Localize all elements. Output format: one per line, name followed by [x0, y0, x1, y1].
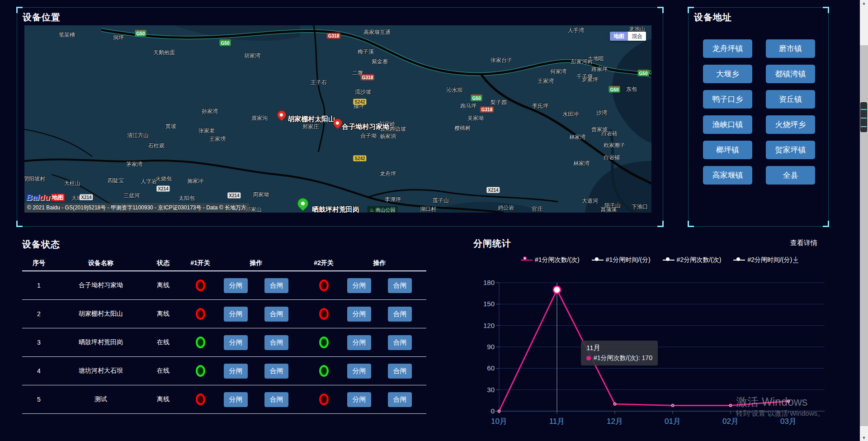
scrollbar-down-arrow[interactable]: ▼ [860, 436, 868, 440]
close-button-sw2[interactable]: 合闸 [388, 307, 412, 322]
address-button[interactable]: 渔峡口镇 [703, 115, 752, 134]
chart-legend: #1分闸次数/(次)#1分闸时间/(分)#2分闸次数/(次)#2分闸时间/(分) [521, 256, 792, 264]
tooltip-series-dot [586, 356, 591, 360]
trip-button-sw2[interactable]: 分闸 [347, 335, 371, 350]
map-place-label: 三盆河 [123, 192, 140, 199]
trip-button-sw1[interactable]: 分闸 [224, 335, 248, 350]
svg-text:12月: 12月 [607, 417, 623, 426]
map-place-label: 郑家庄 [302, 123, 319, 131]
map-type-control: 地图混合 [610, 32, 646, 41]
corner-decoration [823, 221, 829, 227]
baidu-map[interactable]: 笔架槽洞坪天鹅抱蛋胡家湾高家堰互通梅子溪紫金寨二墩流沙坡沁水坝张家台子彭家河村千… [24, 25, 651, 213]
corner-decoration [657, 7, 664, 13]
close-button-sw1[interactable]: 合闸 [264, 278, 288, 293]
map-place-label: 水田冲 [562, 110, 579, 118]
view-details-link[interactable]: 查看详情 [790, 239, 817, 247]
svg-text:02月: 02月 [722, 417, 739, 426]
close-button-sw2[interactable]: 合闸 [388, 392, 412, 407]
trip-button-sw1[interactable]: 分闸 [224, 364, 248, 379]
map-attribution: © 2021 Baidu - GS(2019)5218号 - 甲测资字11009… [24, 203, 249, 213]
column-header: 操作 [347, 256, 412, 270]
browser-scrollbar[interactable]: ▲ ▼ [860, 0, 868, 441]
trip-button-sw2[interactable]: 分闸 [347, 307, 371, 322]
column-header: 设备名称 [56, 256, 146, 270]
switch2-indicator-green [319, 337, 329, 348]
map-place-label: 流沙坡 [355, 88, 371, 96]
svg-text:11月: 11月 [549, 417, 565, 426]
map-place-label: 莲子山 [433, 197, 449, 204]
map-place-label: 施家冲 [187, 177, 203, 185]
map-place-label: 笔架槽 [59, 31, 75, 39]
map-place-label: 茅家湾 [126, 161, 142, 168]
road-badge-g318: G318 [327, 33, 340, 39]
device-status: 离线 [146, 300, 180, 328]
map-place-label: 林家湾 [573, 160, 590, 167]
address-button[interactable]: 大堰乡 [703, 65, 752, 83]
device-status: 离线 [146, 385, 180, 413]
address-button[interactable]: 资丘镇 [766, 90, 815, 109]
tooltip-value-row: #1分闸次数/(次): 170 [586, 354, 652, 362]
map-place-label: 湖口村 [420, 205, 436, 213]
switch2-indicator-green [319, 365, 329, 377]
address-button[interactable]: 都镇湾镇 [766, 65, 815, 83]
close-button-sw1[interactable]: 合闸 [264, 392, 288, 407]
legend-item[interactable]: #2分闸时间/(分) [733, 256, 792, 264]
trip-button-sw1[interactable]: 分闸 [224, 392, 248, 407]
address-button[interactable]: 磨市镇 [766, 39, 815, 58]
map-place-label: 沙湾 [596, 109, 607, 117]
address-button[interactable]: 龙舟坪镇 [703, 39, 752, 58]
address-button[interactable]: 榔坪镇 [703, 141, 752, 159]
device-status: 在线 [146, 357, 180, 385]
map-type-map-button[interactable]: 地图 [610, 32, 628, 41]
row-index: 2 [22, 300, 56, 328]
switch1-indicator-red [196, 394, 205, 405]
svg-text:10月: 10月 [491, 417, 507, 426]
map-place-label: 贯坡 [165, 123, 176, 130]
map-place-label: 四陡宝 [108, 177, 124, 185]
close-button-sw1[interactable]: 合闸 [264, 307, 288, 322]
map-type-hybrid-button[interactable]: 混合 [628, 32, 646, 41]
svg-text:120: 120 [483, 322, 495, 329]
map-place-label: 张家老 [198, 127, 215, 135]
legend-item[interactable]: #1分闸时间/(分) [592, 256, 651, 264]
trip-button-sw1[interactable]: 分闸 [224, 307, 248, 322]
map-place-label: 林家湾 [569, 133, 585, 141]
column-header: 操作 [224, 256, 288, 270]
legend-item[interactable]: #1分闸次数/(次) [521, 256, 580, 264]
trip-button-sw2[interactable]: 分闸 [347, 364, 371, 379]
side-toolbar-widget[interactable] [860, 102, 867, 132]
switch1-indicator-red [196, 308, 205, 320]
legend-item[interactable]: #2分闸次数/(次) [663, 256, 722, 264]
switch2-indicator-red [319, 394, 329, 405]
map-place-label: 火烧包 [156, 175, 172, 183]
address-button[interactable]: 高家堰镇 [703, 166, 752, 185]
close-button-sw2[interactable]: 合闸 [388, 278, 412, 293]
scrollbar-up-arrow[interactable]: ▲ [860, 1, 868, 5]
trip-stats-title: 分闸统计 [473, 237, 511, 250]
trip-button-sw2[interactable]: 分闸 [347, 392, 371, 407]
map-place-label: 曾家坡 [591, 126, 608, 133]
map-place-label: 李氏坪 [532, 102, 548, 110]
close-button-sw2[interactable]: 合闸 [388, 364, 412, 379]
table-row: 2胡家棚村太阳山离线分闸合闸分闸合闸 [22, 300, 426, 328]
address-button[interactable]: 贺家坪镇 [766, 141, 815, 159]
device-location-panel: 设备位置 笔架槽洞坪天鹅抱蛋胡家湾高家堰互通梅子溪紫金寨二墩流沙坡沁水坝张家台子… [17, 7, 663, 227]
trip-button-sw1[interactable]: 分闸 [224, 278, 248, 293]
map-place-label: 李潭坪 [385, 196, 401, 204]
close-button-sw1[interactable]: 合闸 [264, 364, 288, 379]
map-place-label: 杨家淌 [380, 133, 396, 140]
map-place-label: 官庄 [532, 205, 542, 213]
row-index: 5 [22, 385, 56, 413]
address-button[interactable]: 鸭子口乡 [703, 90, 752, 109]
trip-button-sw2[interactable]: 分闸 [347, 278, 371, 293]
map-place-label: 大道河 [582, 197, 598, 205]
map-place-label: 人字岩 [141, 178, 157, 185]
map-place-label: 何家湾 [550, 68, 566, 76]
close-button-sw1[interactable]: 合闸 [264, 335, 288, 350]
close-button-sw2[interactable]: 合闸 [388, 335, 412, 350]
svg-text:60: 60 [487, 364, 495, 372]
download-icon[interactable] [791, 256, 800, 265]
address-button[interactable]: 全县 [766, 166, 815, 185]
road-badge-x214: X214 [486, 187, 500, 193]
address-button[interactable]: 火烧坪乡 [766, 115, 815, 134]
